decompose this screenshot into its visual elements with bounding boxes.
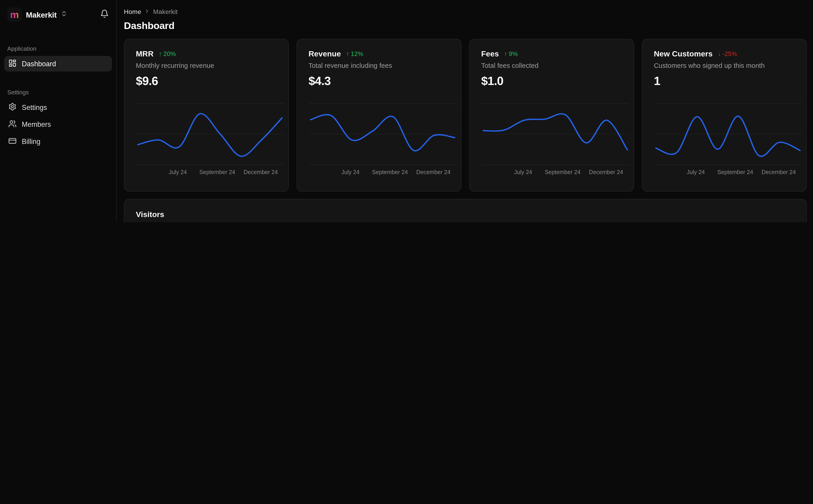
sparkline-x-axis: July 24 September 24 December 24 [481, 169, 629, 176]
sparkline-x-axis: July 24 September 24 December 24 [309, 169, 456, 176]
revenue-sparkline-chart [309, 102, 457, 166]
stat-card-mrr: MRR ↑20% Monthly recurring revenue $9.6 … [124, 39, 289, 192]
notifications-button[interactable] [100, 9, 109, 20]
credit-card-icon [8, 136, 16, 146]
mrr-sparkline-chart [136, 102, 284, 166]
x-tick: December 24 [244, 169, 278, 175]
new-customers-sparkline-chart [654, 102, 802, 166]
sidebar: m Makerkit Application Dashboard [0, 0, 117, 222]
breadcrumb-current: Makerkit [153, 8, 178, 16]
x-tick: September 24 [545, 169, 581, 175]
sidebar-header: m Makerkit [0, 0, 116, 22]
chevrons-up-down-icon [61, 10, 67, 19]
x-tick: July 24 [169, 169, 187, 175]
stat-card-fees: Fees ↑9% Total fees collected $1.0 July … [469, 39, 634, 192]
logo-letter: m [10, 10, 19, 19]
brand-name: Makerkit [26, 10, 56, 19]
dashboard-page: m Makerkit Application Dashboard [0, 0, 813, 222]
sidebar-item-label: Members [22, 120, 51, 128]
x-tick: September 24 [372, 169, 408, 175]
stat-title: New Customers [654, 49, 713, 58]
page-title: Dashboard [124, 20, 813, 32]
nav-section-label-settings: Settings [4, 89, 112, 95]
stat-value: $1.0 [481, 74, 622, 88]
users-icon [8, 119, 16, 129]
stat-value: $4.3 [309, 74, 450, 88]
sidebar-item-label: Billing [22, 138, 40, 145]
stat-trend-badge: ↑12% [346, 50, 363, 57]
sidebar-nav: Application Dashboard Settings Settings … [0, 46, 116, 149]
sidebar-item-settings[interactable]: Settings [4, 99, 112, 115]
trend-arrow-icon: ↑ [504, 50, 507, 57]
x-tick: July 24 [687, 169, 705, 175]
stat-subtitle: Customers who signed up this month [654, 62, 795, 69]
layout-dashboard-icon [8, 59, 16, 69]
stat-cards-row: MRR ↑20% Monthly recurring revenue $9.6 … [124, 39, 807, 192]
sidebar-item-label: Settings [22, 103, 47, 111]
stat-subtitle: Total revenue including fees [309, 62, 450, 69]
team-selector-button[interactable]: Makerkit [26, 10, 67, 19]
visitors-card: Visitors Showing total visitors for the … [124, 199, 807, 222]
gear-icon [8, 102, 16, 112]
makerkit-logo-icon: m [7, 7, 22, 22]
x-tick: September 24 [717, 169, 753, 175]
trend-arrow-icon: ↓ [718, 50, 721, 57]
x-tick: July 24 [514, 169, 532, 175]
sparkline-x-axis: July 24 September 24 December 24 [654, 169, 801, 176]
chevron-right-icon [144, 8, 150, 16]
fees-sparkline-chart [481, 102, 630, 166]
main-content: Home Makerkit Dashboard MRR ↑20% Monthly… [117, 0, 813, 222]
trend-arrow-icon: ↑ [159, 50, 162, 57]
sidebar-item-label: Dashboard [22, 60, 56, 68]
stat-value: 1 [654, 74, 795, 88]
x-tick: December 24 [416, 169, 450, 175]
sparkline-x-axis: July 24 September 24 December 24 [136, 169, 283, 176]
breadcrumb: Home Makerkit [124, 8, 813, 16]
x-tick: September 24 [199, 169, 235, 175]
sidebar-item-dashboard[interactable]: Dashboard [4, 56, 112, 72]
stat-subtitle: Monthly recurring revenue [136, 62, 277, 69]
stat-card-revenue: Revenue ↑12% Total revenue including fee… [297, 39, 461, 192]
stat-subtitle: Total fees collected [481, 62, 622, 69]
stat-title: MRR [136, 49, 153, 58]
stat-value: $9.6 [136, 74, 277, 88]
nav-section-label-application: Application [4, 46, 112, 52]
stat-trend-badge: ↑20% [159, 50, 176, 57]
sidebar-item-billing[interactable]: Billing [4, 134, 112, 149]
stat-card-new-customers: New Customers ↓-25% Customers who signed… [642, 39, 807, 192]
x-tick: December 24 [762, 169, 796, 175]
x-tick: July 24 [341, 169, 360, 175]
visitors-title: Visitors [136, 210, 793, 219]
bell-icon [100, 9, 109, 20]
stat-trend-badge: ↓-25% [718, 50, 737, 57]
stat-title: Revenue [309, 49, 341, 58]
sidebar-item-members[interactable]: Members [4, 117, 112, 132]
x-tick: December 24 [589, 169, 623, 175]
stat-trend-badge: ↑9% [504, 50, 518, 57]
breadcrumb-home-link[interactable]: Home [124, 8, 141, 16]
trend-arrow-icon: ↑ [346, 50, 349, 57]
stat-title: Fees [481, 49, 499, 58]
visitors-subtitle: Showing total visitors for the last 6 mo… [136, 222, 793, 222]
